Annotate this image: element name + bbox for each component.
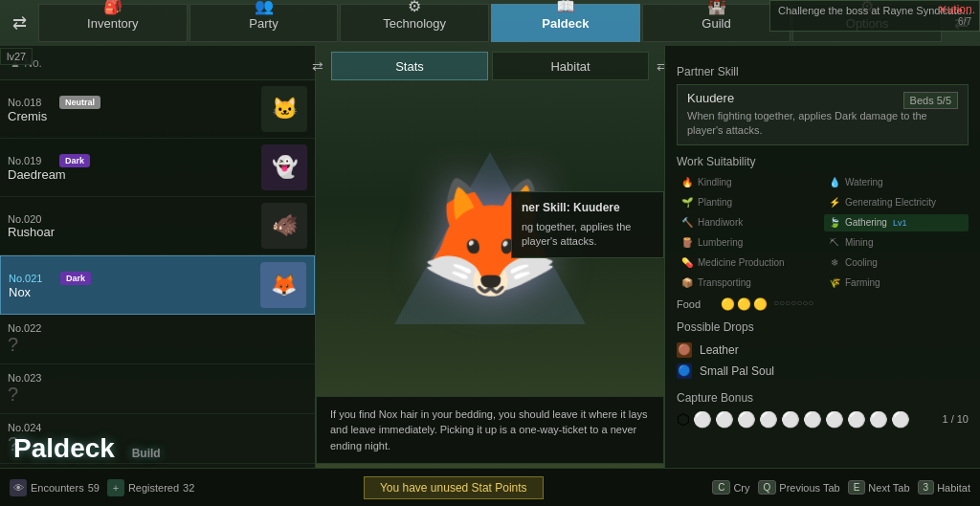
tutorial-count: 6/7 <box>778 16 971 27</box>
key-hint-prev-tab: Q Previous Tab <box>758 480 840 495</box>
pal-avatar: 👻 <box>261 144 307 190</box>
pal-avatar: 🐱 <box>261 86 307 132</box>
bottom-right: C Cry Q Previous Tab E Next Tab 3 Habita… <box>702 480 980 495</box>
drop-pal-soul: 🔵 Small Pal Soul <box>677 361 969 382</box>
party-icon: 👥 <box>255 0 274 15</box>
build-label: Build <box>132 447 161 460</box>
work-kindling: 🔥 Kindling <box>677 174 821 191</box>
food-icons: 🟡 🟡 🟡 ○○○○○○○ <box>721 297 813 311</box>
side-tooltip-text: ng together, applies the player's attack… <box>522 220 654 250</box>
bottom-bar: 👁 Encounters 59 + Registered 32 You have… <box>0 468 980 506</box>
drop-leather-label: Leather <box>700 343 739 357</box>
next-tab-label: Next Tab <box>868 482 909 494</box>
habitat-key: 3 <box>918 480 935 495</box>
pal-number: No.023 <box>8 372 300 384</box>
registered-count: 32 <box>183 482 194 494</box>
food-icon-2: 🟡 <box>737 297 751 311</box>
pal-number: No.018 <box>8 97 46 108</box>
sub-tab-left-arrow[interactable]: ⇄ <box>308 55 327 77</box>
food-icon-3: 🟡 <box>753 297 768 311</box>
cooling-icon: ❄ <box>828 256 841 270</box>
paldeck-list-header: ▲ No. <box>0 46 315 80</box>
pal-item-nox[interactable]: No.021 Dark Nox 🦊 <box>0 255 315 315</box>
capture-ball-9: ⚪ <box>869 410 888 429</box>
pal-number: No.019 <box>8 155 46 166</box>
tab-guild[interactable]: 🏰 Guild <box>642 4 791 42</box>
bottom-center: You have unused Stat Points <box>204 476 702 499</box>
side-tooltip-title: ner Skill: Kuudere <box>522 200 654 216</box>
tab-party[interactable]: 👥 Party <box>189 4 339 42</box>
pal-item-023[interactable]: No.023 ? <box>0 364 315 414</box>
work-medicine: 💊 Medicine Production <box>677 254 821 272</box>
sub-tab-habitat[interactable]: Habitat <box>492 52 649 80</box>
capture-pal-icon: ⬡ <box>677 410 690 429</box>
tab-inventory[interactable]: 🎒 Inventory <box>38 4 188 42</box>
sub-tab-stats[interactable]: Stats <box>331 52 488 80</box>
pal-name: Nox <box>9 285 256 299</box>
pal-avatar: 🐗 <box>261 203 307 249</box>
drop-pal-soul-label: Small Pal Soul <box>700 364 774 378</box>
capture-ball-8: ⚪ <box>847 410 866 429</box>
pal-name: Rushoar <box>8 225 257 239</box>
partner-skill-name: Kuudere <box>687 91 734 105</box>
capture-ball-10: ⚪ <box>891 410 910 429</box>
tutorial-close-button[interactable]: ✕ution. <box>938 3 975 16</box>
transporting-icon: 📦 <box>680 276 694 290</box>
capture-ball-6: ⚪ <box>803 410 822 429</box>
next-tab-key: E <box>848 480 866 495</box>
guild-icon: 🏰 <box>707 0 726 15</box>
pal-name: ? <box>8 334 307 356</box>
pal-number: No.020 <box>8 213 46 225</box>
pal-number: No.022 <box>8 322 300 334</box>
watering-icon: 💧 <box>828 176 841 189</box>
work-grid: 🔥 Kindling 💧 Watering 🌱 Planting ⚡ Gener… <box>677 174 969 292</box>
cry-key: C <box>712 480 730 495</box>
work-transporting: 📦 Transporting <box>677 275 821 292</box>
key-hint-next-tab: E Next Tab <box>848 480 910 495</box>
handiwork-icon: 🔨 <box>680 216 694 230</box>
electricity-icon: ⚡ <box>828 196 841 209</box>
registered-stat: + Registered 32 <box>107 479 194 496</box>
pal-item-cremis[interactable]: No.018 Neutral Cremis 🐱 <box>0 80 315 139</box>
paldeck-list-panel: ▲ No. No.018 Neutral Cremis 🐱 No.019 <box>0 46 316 468</box>
partner-skill-title: Partner Skill <box>677 65 969 78</box>
side-tooltip: ner Skill: Kuudere ng together, applies … <box>511 191 664 258</box>
technology-icon: ⚙ <box>408 0 421 15</box>
capture-ball-3: ⚪ <box>737 410 756 429</box>
tab-paldeck[interactable]: 📖 Paldeck <box>491 4 640 42</box>
pal-description-box: If you find Nox hair in your bedding, yo… <box>316 396 664 465</box>
stat-points-notice: You have unused Stat Points <box>364 476 544 499</box>
pal-soul-icon: 🔵 <box>677 363 692 379</box>
work-suitability-title: Work Suitability <box>677 155 969 168</box>
tutorial-panel: Challenge the boss at Rayne Syndicate...… <box>769 0 980 32</box>
capture-ball-5: ⚪ <box>781 410 800 429</box>
level-indicator: lv27 <box>0 48 33 65</box>
encounters-stat: 👁 Encounters 59 <box>10 479 100 496</box>
bottom-left: 👁 Encounters 59 + Registered 32 <box>0 479 204 496</box>
work-lumbering: 🪵 Lumbering <box>677 234 821 252</box>
registered-label: Registered <box>128 482 179 494</box>
gathering-icon: 🍃 <box>828 216 841 230</box>
work-watering: 💧 Watering <box>824 174 969 191</box>
prev-tab-label: Previous Tab <box>779 482 839 494</box>
nav-left-arrow[interactable]: ⇄ <box>0 4 38 42</box>
medicine-icon: 💊 <box>680 256 694 270</box>
pal-item-022[interactable]: No.022 ? <box>0 315 315 364</box>
tab-technology[interactable]: ⚙ Technology <box>340 4 489 42</box>
pal-name: ? <box>8 384 307 406</box>
kindling-icon: 🔥 <box>680 176 694 189</box>
capture-bonus-title: Capture Bonus <box>677 391 969 405</box>
food-empty: ○○○○○○○ <box>773 297 813 311</box>
drop-leather: 🟤 Leather <box>677 340 969 361</box>
pal-item-daedream[interactable]: No.019 Dark Daedream 👻 <box>0 139 315 197</box>
habitat-label: Habitat <box>937 482 970 494</box>
pal-list: No.018 Neutral Cremis 🐱 No.019 Dark Daed… <box>0 80 315 468</box>
pal-description-text: If you find Nox hair in your bedding, yo… <box>330 408 647 451</box>
work-planting: 🌱 Planting <box>677 194 821 211</box>
capture-ball-7: ⚪ <box>825 410 844 429</box>
pal-type-badge: Dark <box>60 272 91 285</box>
pal-item-rushoar[interactable]: No.020 Rushoar 🐗 <box>0 197 315 255</box>
inventory-icon: 🎒 <box>103 0 122 15</box>
food-icon-1: 🟡 <box>721 297 735 311</box>
pal-type-badge: Dark <box>59 154 90 167</box>
